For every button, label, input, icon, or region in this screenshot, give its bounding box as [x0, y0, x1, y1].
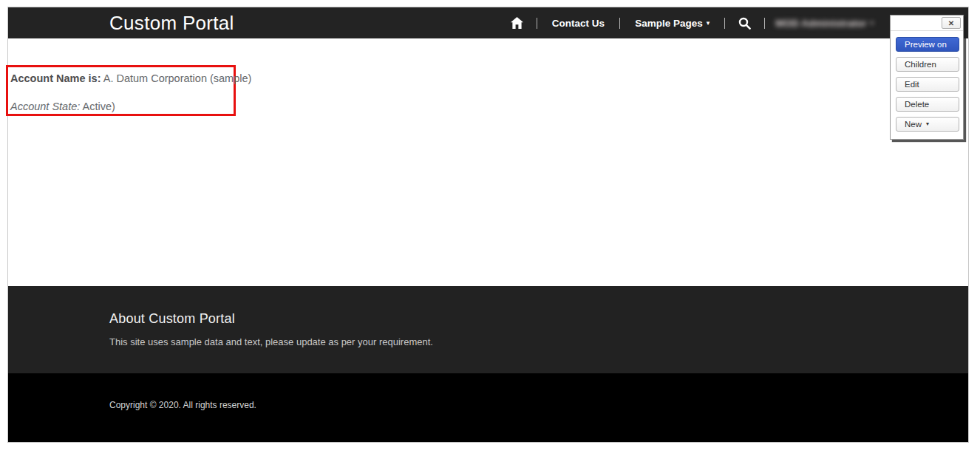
button-label: Delete: [905, 100, 929, 109]
nav-divider: [537, 18, 537, 29]
nav-divider: [724, 18, 725, 29]
button-label: Preview on: [905, 40, 947, 49]
chevron-down-icon: ▾: [870, 20, 874, 27]
account-name-label: Account Name is:: [10, 72, 101, 84]
account-info-highlight-box: Account Name is: A. Datum Corporation (s…: [6, 65, 236, 116]
account-state-value: Active): [80, 101, 115, 112]
account-state-label: Account State:: [10, 101, 80, 112]
portal-editor-panel: ✕ Preview on Children Edit Delete New ▾: [890, 15, 964, 140]
chevron-down-icon: ▾: [707, 20, 710, 27]
user-menu[interactable]: MOD Administrator ▾: [775, 18, 874, 29]
editor-panel-body: Preview on Children Edit Delete New ▾: [891, 31, 963, 139]
editor-panel-header: ✕: [891, 16, 963, 31]
nav-item-sample-pages[interactable]: Sample Pages ▾: [630, 18, 714, 29]
footer-about-section: About Custom Portal This site uses sampl…: [8, 286, 968, 373]
footer-copyright-bar: Copyright © 2020. All rights reserved.: [8, 373, 968, 442]
account-name-line: Account Name is: A. Datum Corporation (s…: [10, 72, 231, 84]
copyright-text: Copyright © 2020. All rights reserved.: [109, 400, 968, 410]
close-icon[interactable]: ✕: [942, 17, 961, 29]
nav-item-label: Contact Us: [552, 18, 605, 29]
children-button[interactable]: Children: [896, 57, 959, 72]
edit-button[interactable]: Edit: [896, 77, 959, 92]
portal-page: Custom Portal Contact Us Sample Pages ▾: [7, 7, 969, 443]
home-icon[interactable]: [508, 17, 526, 29]
footer-about-text: This site uses sample data and text, ple…: [109, 336, 968, 347]
nav-divider: [764, 18, 765, 29]
search-icon[interactable]: [735, 17, 754, 30]
button-label: Edit: [905, 80, 919, 89]
delete-button[interactable]: Delete: [896, 97, 959, 112]
button-label: Children: [905, 60, 936, 69]
preview-on-button[interactable]: Preview on: [896, 37, 959, 52]
nav-divider: [619, 18, 620, 29]
new-button[interactable]: New ▾: [896, 117, 959, 132]
user-name-label: MOD Administrator: [775, 18, 866, 29]
main-content: Account Name is: A. Datum Corporation (s…: [8, 38, 968, 286]
nav-item-label: Sample Pages: [635, 18, 703, 29]
nav-item-contact-us[interactable]: Contact Us: [548, 18, 609, 29]
account-name-value: A. Datum Corporation (sample): [101, 72, 251, 84]
footer-about-title: About Custom Portal: [109, 311, 968, 327]
site-title[interactable]: Custom Portal: [109, 12, 234, 35]
button-label: New: [905, 120, 922, 129]
site-header: Custom Portal Contact Us Sample Pages ▾: [8, 7, 968, 38]
main-nav: Contact Us Sample Pages ▾ MOD Administra…: [508, 7, 874, 38]
account-state-line: Account State: Active): [10, 101, 231, 112]
chevron-down-icon: ▾: [926, 121, 929, 127]
